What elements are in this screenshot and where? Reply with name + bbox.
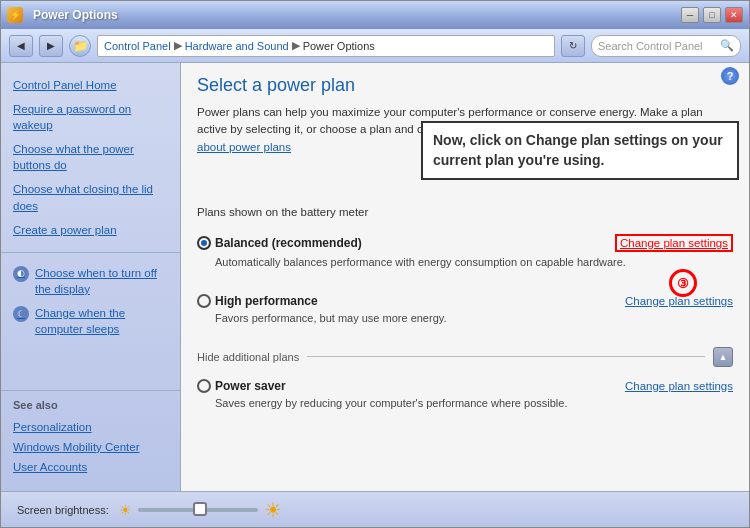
minimize-button[interactable]: ─	[681, 7, 699, 23]
change-plan-link-balanced[interactable]: Change plan settings	[615, 234, 733, 252]
sidebar-item-create-plan[interactable]: Create a power plan	[1, 218, 180, 242]
radio-balanced[interactable]	[197, 236, 211, 250]
sun-icon-left: ☀	[119, 502, 132, 518]
bottom-bar: Screen brightness: ☀ ☀	[1, 491, 749, 527]
address-bar: ◀ ▶ 📁 Control Panel ▶ Hardware and Sound…	[1, 29, 749, 63]
collapse-button[interactable]: ▲	[713, 347, 733, 367]
sidebar-item-lid[interactable]: Choose what closing the lid does	[1, 177, 180, 217]
step-3-circle: ③	[669, 269, 697, 297]
plan-header-power-saver: Power saver Change plan settings	[197, 379, 733, 393]
plan-name-saver: Power saver	[215, 379, 286, 393]
brightness-label: Screen brightness:	[17, 504, 109, 516]
radio-inner-balanced	[201, 240, 207, 246]
sidebar-section-extra: ◐ Choose when to turn off the display ☾ …	[1, 252, 180, 341]
search-bar[interactable]: Search Control Panel 🔍	[591, 35, 741, 57]
plans-header: Plans shown on the battery meter	[197, 206, 733, 222]
divider-line	[307, 356, 705, 357]
main-content: Control Panel Home Require a password on…	[1, 63, 749, 491]
folder-icon: 📁	[69, 35, 91, 57]
close-button[interactable]: ✕	[725, 7, 743, 23]
see-also-section: See also Personalization Windows Mobilit…	[1, 390, 180, 481]
breadcrumb-sep-2: ▶	[292, 39, 300, 52]
breadcrumb-sep-1: ▶	[174, 39, 182, 52]
breadcrumb-power-options: Power Options	[303, 40, 375, 52]
window-title: Power Options	[33, 8, 677, 22]
main-window: ⚡ Power Options ─ □ ✕ ◀ ▶ 📁 Control Pane…	[0, 0, 750, 528]
radio-power-saver[interactable]	[197, 379, 211, 393]
breadcrumb-control-panel[interactable]: Control Panel	[104, 40, 171, 52]
sidebar-item-sleep[interactable]: ☾ Change when the computer sleeps	[1, 301, 180, 341]
plan-desc-saver: Saves energy by reducing your computer's…	[215, 396, 733, 411]
see-also-label: See also	[13, 399, 168, 411]
brightness-slider-thumb[interactable]	[193, 502, 207, 516]
hide-additional-divider: Hide additional plans ▲	[197, 347, 733, 367]
change-plan-link-high[interactable]: Change plan settings	[625, 295, 733, 307]
sidebar-item-power-buttons[interactable]: Choose what the power buttons do	[1, 137, 180, 177]
sidebar-item-home[interactable]: Control Panel Home	[1, 73, 180, 97]
search-icon: 🔍	[720, 39, 734, 52]
sidebar-personalization[interactable]: Personalization	[13, 417, 168, 437]
sidebar: Control Panel Home Require a password on…	[1, 63, 181, 491]
plan-item-high-performance: High performance Change plan settings Fa…	[197, 290, 733, 330]
title-bar: ⚡ Power Options ─ □ ✕	[1, 1, 749, 29]
right-panel: ? Select a power plan Power plans can he…	[181, 63, 749, 491]
page-title: Select a power plan	[197, 75, 733, 96]
radio-high-performance[interactable]	[197, 294, 211, 308]
plan-name-row-saver: Power saver	[197, 379, 286, 393]
change-plan-link-saver[interactable]: Change plan settings	[625, 380, 733, 392]
sun-icon-right: ☀	[264, 498, 282, 522]
plan-item-balanced: Balanced (recommended) Change plan setti…	[197, 230, 733, 274]
plan-header-balanced: Balanced (recommended) Change plan setti…	[197, 234, 733, 252]
sleep-icon: ☾	[13, 306, 29, 322]
back-button[interactable]: ◀	[9, 35, 33, 57]
help-icon[interactable]: ?	[721, 67, 739, 85]
maximize-button[interactable]: □	[703, 7, 721, 23]
tooltip-box: Now, click on Change plan settings on yo…	[421, 121, 739, 180]
plan-item-power-saver: Power saver Change plan settings Saves e…	[197, 375, 733, 415]
sidebar-item-password[interactable]: Require a password on wakeup	[1, 97, 180, 137]
plan-desc-balanced: Automatically balances performance with …	[215, 255, 733, 270]
plan-name-high: High performance	[215, 294, 318, 308]
brightness-slider-track[interactable]	[138, 508, 258, 512]
plan-header-high-performance: High performance Change plan settings	[197, 294, 733, 308]
plan-desc-high: Favors performance, but may use more ene…	[215, 311, 733, 326]
plan-name-row-balanced: Balanced (recommended)	[197, 236, 362, 250]
plan-name-row-high: High performance	[197, 294, 318, 308]
breadcrumb-bar: Control Panel ▶ Hardware and Sound ▶ Pow…	[97, 35, 555, 57]
display-off-icon: ◐	[13, 266, 29, 282]
forward-button[interactable]: ▶	[39, 35, 63, 57]
refresh-button[interactable]: ↻	[561, 35, 585, 57]
breadcrumb-hardware[interactable]: Hardware and Sound	[185, 40, 289, 52]
sidebar-user-accounts[interactable]: User Accounts	[13, 457, 168, 477]
sidebar-item-display-off[interactable]: ◐ Choose when to turn off the display	[1, 261, 180, 301]
search-placeholder-text: Search Control Panel	[598, 40, 703, 52]
brightness-slider-container: ☀ ☀	[119, 498, 282, 522]
hide-additional-label: Hide additional plans	[197, 351, 299, 363]
plan-name-balanced: Balanced (recommended)	[215, 236, 362, 250]
sidebar-mobility-center[interactable]: Windows Mobility Center	[13, 437, 168, 457]
